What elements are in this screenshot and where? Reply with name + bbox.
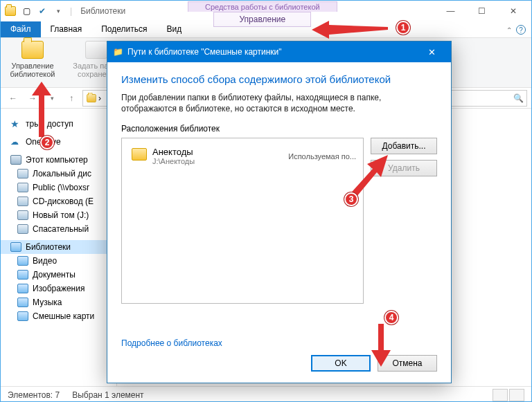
- view-details-button[interactable]: [493, 389, 508, 401]
- sidebar-lib-item[interactable]: Видео: [1, 254, 116, 268]
- tab-home[interactable]: Главная: [41, 21, 92, 37]
- window-title: Библиотеки: [80, 6, 125, 16]
- dialog-description: При добавлении папки в библиотеку файлы,…: [121, 92, 437, 114]
- ribbon-tabs: Файл Главная Поделиться Вид Средства раб…: [1, 21, 531, 38]
- back-button[interactable]: ←: [5, 90, 21, 107]
- library-paths-dialog: 📁 Пути к библиотеке "Смешные картинки" ✕…: [107, 41, 452, 383]
- sidebar-drive[interactable]: Новый том (J:): [1, 208, 116, 222]
- sidebar-item-label: трый доступ: [26, 119, 73, 129]
- sidebar-item-label: Документы: [33, 270, 76, 280]
- add-button[interactable]: Добавить...: [371, 138, 437, 154]
- sidebar-item-label: Изображения: [33, 284, 85, 293]
- list-label: Расположения библиотек: [121, 124, 437, 134]
- tab-share[interactable]: Поделиться: [91, 21, 157, 37]
- folder-icon: [21, 41, 44, 59]
- manage-library-label: Управление библиотекой: [10, 62, 55, 78]
- sidebar-libraries[interactable]: Библиотеки: [1, 240, 116, 254]
- qat-check-icon[interactable]: ✔: [35, 4, 49, 18]
- minimize-button[interactable]: —: [435, 1, 466, 21]
- navigation-pane: ★трый доступ ☁OneDrive Этот компьютер Ло…: [1, 109, 117, 386]
- contextual-title: Средства работы с библиотекой: [188, 1, 337, 12]
- folder-icon: [87, 94, 96, 102]
- sidebar-drive[interactable]: Локальный дис: [1, 167, 116, 181]
- annotation-badge-3: 3: [344, 192, 358, 206]
- annotation-badge-4: 4: [384, 311, 398, 325]
- cloud-icon: ☁: [10, 137, 21, 147]
- search-icon: 🔍: [513, 93, 524, 103]
- maximize-button[interactable]: ☐: [466, 1, 497, 21]
- up-button[interactable]: ↑: [63, 90, 80, 107]
- learn-more-link[interactable]: Подробнее о библиотеках: [121, 338, 437, 348]
- dialog-heading: Изменить способ сбора содержимого этой б…: [121, 73, 437, 85]
- locations-listbox[interactable]: Анектоды J:\Анектоды Используемая по...: [121, 138, 364, 304]
- dialog-titlebar[interactable]: 📁 Пути к библиотеке "Смешные картинки" ✕: [107, 42, 451, 62]
- location-name: Анектоды: [152, 147, 195, 157]
- dialog-title: Пути к библиотеке "Смешные картинки": [127, 47, 282, 57]
- save-location-icon: [85, 41, 107, 59]
- folder-icon: [132, 148, 147, 161]
- manage-library-button[interactable]: Управление библиотекой: [5, 41, 60, 78]
- dialog-app-icon: 📁: [113, 47, 123, 57]
- forward-button[interactable]: →: [24, 90, 41, 107]
- drive-icon: [17, 183, 28, 192]
- view-thumbnails-button[interactable]: [509, 389, 524, 401]
- qat-overflow[interactable]: ▾: [51, 4, 65, 18]
- qat-button[interactable]: ▢: [19, 4, 33, 18]
- status-item-count: Элементов: 7: [8, 390, 60, 400]
- cancel-button[interactable]: Отмена: [378, 355, 437, 372]
- sidebar-lib-item[interactable]: Музыка: [1, 295, 116, 309]
- sidebar-item-label: Public (\\vboxsr: [33, 183, 89, 192]
- status-bar: Элементов: 7 Выбран 1 элемент: [1, 386, 531, 402]
- sidebar-lib-item[interactable]: Изображения: [1, 282, 116, 295]
- ok-button[interactable]: OK: [311, 355, 371, 372]
- sidebar-item-label: CD-дисковод (E: [33, 197, 94, 206]
- sidebar-item-label: Смешные карти: [33, 311, 94, 321]
- location-path: J:\Анектоды: [152, 157, 195, 165]
- annotation-badge-2: 2: [40, 136, 54, 149]
- sidebar-drive[interactable]: Public (\\vboxsr: [1, 181, 116, 194]
- sidebar-item-label: Новый том (J:): [33, 210, 89, 220]
- pictures-icon: [17, 284, 28, 293]
- tab-view[interactable]: Вид: [157, 21, 191, 37]
- crumb-sep-icon: ›: [98, 93, 101, 103]
- sidebar-quick-access[interactable]: ★трый доступ: [1, 117, 116, 131]
- video-icon: [17, 256, 28, 266]
- sidebar-lib-item[interactable]: Документы: [1, 268, 116, 282]
- annotation-badge-1: 1: [396, 21, 410, 35]
- sidebar-item-label: Этот компьютер: [26, 155, 88, 165]
- cd-icon: [17, 197, 28, 206]
- sidebar-this-pc[interactable]: Этот компьютер: [1, 153, 116, 167]
- recent-dropdown[interactable]: ▾: [44, 90, 60, 107]
- music-icon: [17, 298, 28, 307]
- drive-icon: [17, 169, 28, 179]
- quick-access-toolbar: ▢ ✔ ▾ |: [3, 4, 75, 18]
- tab-manage[interactable]: Управление: [213, 12, 311, 27]
- sidebar-item-label: Музыка: [33, 298, 62, 307]
- pc-icon: [10, 155, 21, 165]
- documents-icon: [17, 270, 28, 280]
- sidebar-item-label: Библиотеки: [26, 242, 71, 252]
- help-icon[interactable]: ?: [516, 25, 526, 35]
- sidebar-item-label: Спасательный: [33, 224, 89, 234]
- close-button[interactable]: ✕: [497, 1, 529, 21]
- location-item[interactable]: Анектоды J:\Анектоды Используемая по...: [122, 144, 363, 168]
- sidebar-item-label: Видео: [33, 256, 57, 266]
- libraries-icon: [10, 242, 21, 252]
- custom-lib-icon: [17, 311, 28, 321]
- remove-button[interactable]: Удалить: [371, 160, 437, 176]
- sidebar-item-label: Локальный дис: [33, 169, 91, 179]
- ribbon-expand-icon[interactable]: ⌃: [506, 26, 512, 34]
- contextual-tab-group: Средства работы с библиотекой Управление: [188, 1, 337, 27]
- tab-file[interactable]: Файл: [1, 21, 41, 37]
- sidebar-drive[interactable]: Спасательный: [1, 222, 116, 236]
- dialog-close-button[interactable]: ✕: [418, 47, 445, 57]
- sidebar-drive[interactable]: CD-дисковод (E: [1, 194, 116, 208]
- status-selection: Выбран 1 элемент: [72, 390, 143, 400]
- sidebar-onedrive[interactable]: ☁OneDrive: [1, 135, 116, 149]
- location-meta: Используемая по...: [288, 152, 356, 161]
- app-icon[interactable]: [3, 4, 17, 18]
- drive-icon: [17, 210, 28, 220]
- sidebar-lib-item[interactable]: Смешные карти: [1, 309, 116, 323]
- drive-icon: [17, 224, 28, 234]
- star-icon: ★: [10, 119, 21, 129]
